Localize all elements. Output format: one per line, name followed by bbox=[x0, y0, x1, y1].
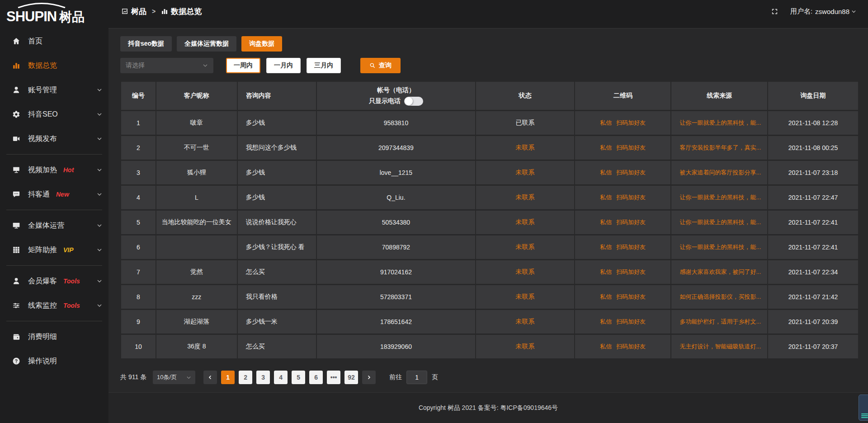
search-button[interactable]: 查询 bbox=[360, 58, 401, 73]
cell-content: 怎么买 bbox=[238, 260, 316, 284]
sidebar-item[interactable]: 抖音SEO bbox=[0, 102, 108, 127]
breadcrumb-root[interactable]: 树品 bbox=[131, 6, 146, 17]
page-button[interactable]: 92 bbox=[344, 371, 358, 384]
qr-private-link[interactable]: 私信 bbox=[600, 293, 612, 300]
goto-page-input[interactable] bbox=[406, 371, 427, 384]
page-button[interactable]: ••• bbox=[327, 371, 340, 384]
qr-scan-link[interactable]: 扫码加好友 bbox=[616, 219, 646, 226]
filter-bar: 请选择 一周内 一月内 三月内 查询 bbox=[120, 58, 859, 73]
cell-no: 4 bbox=[121, 186, 156, 209]
status-text: 未联系 bbox=[516, 318, 535, 325]
qr-private-link[interactable]: 私信 bbox=[600, 119, 612, 126]
sidebar-item[interactable]: 首页 bbox=[0, 29, 108, 53]
username[interactable]: zswodun88 bbox=[815, 8, 849, 15]
page-button[interactable]: 1 bbox=[221, 371, 235, 384]
page-button[interactable]: 6 bbox=[309, 371, 323, 384]
cell-status: 未联系 bbox=[476, 211, 574, 234]
column-header-account: 帐号（电话） 只显示电话 bbox=[317, 82, 476, 110]
sidebar-item-label: 抖客通 bbox=[28, 190, 50, 199]
qr-scan-link[interactable]: 扫码加好友 bbox=[616, 169, 646, 176]
cell-content: 多少钱 bbox=[238, 186, 316, 209]
source-link[interactable]: 被大家追着问的客厅投影分享... bbox=[679, 169, 761, 176]
phone-only-toggle[interactable] bbox=[404, 97, 423, 106]
chevron-down-icon bbox=[97, 192, 102, 197]
page-button[interactable]: 3 bbox=[256, 371, 270, 384]
fullscreen-icon[interactable] bbox=[771, 8, 778, 15]
filter-select[interactable]: 请选择 bbox=[120, 58, 213, 73]
sidebar-item[interactable]: 数据总览 bbox=[0, 53, 108, 78]
prev-page-button[interactable] bbox=[203, 371, 217, 384]
source-link[interactable]: 感谢大家喜欢我家，被问了好... bbox=[679, 268, 761, 275]
source-link[interactable]: 让你一眼就爱上的黑科技，能... bbox=[679, 219, 761, 226]
chevron-down-icon[interactable] bbox=[851, 9, 856, 14]
sidebar-item[interactable]: 操作说明 bbox=[0, 349, 108, 373]
source-link[interactable]: 无主灯设计，智能磁吸轨道灯... bbox=[679, 343, 761, 350]
qr-scan-link[interactable]: 扫码加好友 bbox=[616, 144, 646, 151]
page-button[interactable]: 5 bbox=[292, 371, 305, 384]
sidebar-item[interactable]: 全媒体运营 bbox=[0, 213, 108, 238]
sidebar-item[interactable]: 视频发布 bbox=[0, 127, 108, 151]
logo-text-cn: 树品 bbox=[59, 11, 85, 24]
period-button[interactable]: 一月内 bbox=[266, 58, 301, 73]
sidebar-item[interactable]: 矩阵助推 VIP bbox=[0, 238, 108, 262]
cell-source: 多功能护栏灯，适用于乡村文... bbox=[671, 310, 767, 334]
qr-scan-link[interactable]: 扫码加好友 bbox=[616, 293, 646, 300]
qr-scan-link[interactable]: 扫码加好友 bbox=[616, 194, 646, 201]
qr-scan-link[interactable]: 扫码加好友 bbox=[616, 268, 646, 275]
sidebar-item[interactable]: 会员爆客 Tools bbox=[0, 269, 108, 293]
sidebar-item-label: 操作说明 bbox=[28, 357, 57, 366]
cell-account: 917024162 bbox=[317, 260, 476, 284]
tab[interactable]: 全媒体运营数据 bbox=[177, 36, 236, 52]
source-link[interactable]: 让你一眼就爱上的黑科技，能... bbox=[679, 119, 761, 126]
page-button[interactable]: 4 bbox=[274, 371, 288, 384]
period-button[interactable]: 三月内 bbox=[307, 58, 341, 73]
qr-private-link[interactable]: 私信 bbox=[600, 318, 612, 325]
sidebar-item[interactable]: 线索监控 Tools bbox=[0, 293, 108, 318]
qr-scan-link[interactable]: 扫码加好友 bbox=[616, 119, 646, 126]
page-size-select[interactable]: 10条/页 bbox=[153, 371, 195, 384]
qr-private-link[interactable]: 私信 bbox=[600, 219, 612, 226]
account-header-title: 帐号（电话） bbox=[317, 86, 476, 94]
page-button[interactable]: 2 bbox=[239, 371, 252, 384]
source-link[interactable]: 如何正确选择投影仪，买投影... bbox=[679, 293, 761, 300]
cell-status: 未联系 bbox=[476, 186, 574, 209]
user-icon bbox=[12, 85, 21, 94]
cell-source: 如何正确选择投影仪，买投影... bbox=[671, 285, 767, 309]
tab[interactable]: 询盘数据 bbox=[241, 36, 282, 52]
qr-private-link[interactable]: 私信 bbox=[600, 268, 612, 275]
sidebar-item[interactable]: 视频加热 Hot bbox=[0, 158, 108, 182]
qr-private-link[interactable]: 私信 bbox=[600, 343, 612, 350]
sidebar-item[interactable]: 账号管理 bbox=[0, 78, 108, 102]
status-text: 已联系 bbox=[516, 119, 535, 126]
qr-scan-link[interactable]: 扫码加好友 bbox=[616, 343, 646, 350]
period-button[interactable]: 一周内 bbox=[226, 58, 260, 73]
qr-private-link[interactable]: 私信 bbox=[600, 144, 612, 151]
qr-private-link[interactable]: 私信 bbox=[600, 194, 612, 201]
sidebar-item-badge: VIP bbox=[63, 246, 74, 254]
source-link[interactable]: 客厅安装投影半年多了，真实... bbox=[679, 144, 761, 151]
source-link[interactable]: 让你一眼就爱上的黑科技，能... bbox=[679, 194, 761, 201]
username-label: 用户名: bbox=[790, 7, 812, 16]
cell-date: 2021-11-07 20:39 bbox=[768, 310, 858, 334]
table-row: 9 湖起湖落 多少钱一米 178651642 未联系 私信 扫码加好友 多功能护… bbox=[121, 310, 858, 334]
sidebar-item[interactable]: 消费明细 bbox=[0, 324, 108, 349]
sidebar-divider bbox=[6, 154, 102, 155]
qr-scan-link[interactable]: 扫码加好友 bbox=[616, 244, 646, 250]
cell-qr: 私信 扫码加好友 bbox=[575, 111, 671, 135]
next-page-button[interactable] bbox=[362, 371, 376, 384]
tab[interactable]: 抖音seo数据 bbox=[120, 36, 172, 52]
help-icon bbox=[12, 357, 21, 366]
cell-nickname: L bbox=[156, 186, 237, 209]
cell-content: 怎么买 bbox=[238, 335, 316, 358]
monitor-icon bbox=[12, 221, 21, 230]
cell-no: 7 bbox=[121, 260, 156, 284]
source-link[interactable]: 多功能护栏灯，适用于乡村文... bbox=[679, 318, 761, 325]
qr-private-link[interactable]: 私信 bbox=[600, 244, 612, 250]
qr-scan-link[interactable]: 扫码加好友 bbox=[616, 318, 646, 325]
cell-content: 我想问这个多少钱 bbox=[238, 136, 316, 160]
floating-widget[interactable] bbox=[859, 395, 868, 421]
qr-private-link[interactable]: 私信 bbox=[600, 169, 612, 176]
source-link[interactable]: 让你一眼就爱上的黑科技，能... bbox=[679, 244, 761, 250]
sidebar-item-badge: Hot bbox=[63, 166, 74, 174]
sidebar-item[interactable]: 抖客通 New bbox=[0, 182, 108, 207]
